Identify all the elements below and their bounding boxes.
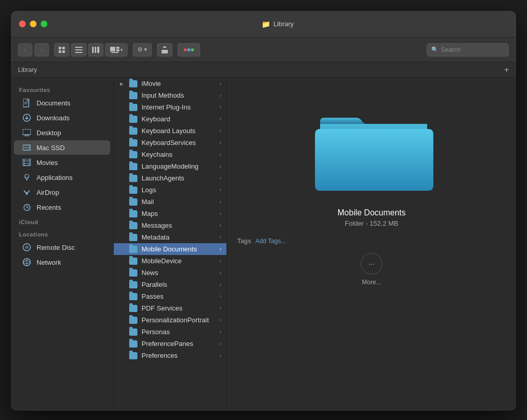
- sidebar-item-label: Documents: [37, 99, 71, 107]
- maximize-button[interactable]: [41, 21, 47, 27]
- col-item-personas[interactable]: Personas ›: [114, 326, 226, 338]
- window-title-area: 📁 Library: [47, 20, 508, 28]
- sidebar: Favourites Documents: [11, 78, 114, 411]
- sidebar-item-label: Mac SSD: [37, 144, 65, 152]
- minimize-button[interactable]: [30, 21, 37, 27]
- item-label: Metadata: [142, 233, 216, 241]
- col-item-pdf-services[interactable]: PDF Services ›: [114, 302, 226, 314]
- icloud-label: iCloud: [11, 215, 113, 227]
- svg-point-35: [26, 193, 28, 195]
- col-item-maps[interactable]: Maps ›: [114, 208, 226, 220]
- svg-rect-10: [110, 47, 115, 51]
- chevron-icon: ›: [220, 187, 221, 193]
- grid-view-button[interactable]: [54, 43, 69, 57]
- item-label: PreferencePanes: [142, 340, 216, 348]
- close-button[interactable]: [19, 21, 26, 27]
- sidebar-item-documents[interactable]: Documents: [14, 96, 110, 110]
- chevron-icon: ›: [220, 258, 221, 264]
- col-item-logs[interactable]: Logs ›: [114, 184, 226, 196]
- sidebar-item-desktop[interactable]: Desktop: [14, 125, 110, 140]
- col-item-input-methods[interactable]: Input Methods ›: [114, 89, 226, 101]
- folder-icon: [129, 92, 137, 99]
- sidebar-item-mac-ssd[interactable]: Mac SSD: [14, 140, 110, 155]
- columns-area: ▶ iMovie › Input Methods › Internet Plug…: [114, 78, 516, 411]
- sidebar-item-label: Downloads: [37, 114, 69, 122]
- item-label: Preferences: [142, 352, 216, 359]
- sidebar-item-airdrop[interactable]: AirDrop: [14, 185, 110, 199]
- svg-rect-29: [23, 159, 31, 166]
- col-item-parallels[interactable]: Parallels ›: [114, 279, 226, 290]
- col-item-keychains[interactable]: Keychains ›: [114, 149, 226, 160]
- col-item-mail[interactable]: Mail ›: [114, 196, 226, 208]
- sidebar-item-downloads[interactable]: Downloads: [14, 111, 110, 125]
- col-item-launch-agents[interactable]: LaunchAgents ›: [114, 172, 226, 184]
- action-menu-button[interactable]: ⚙ ▾: [133, 43, 152, 57]
- sidebar-item-recents[interactable]: Recents: [14, 200, 110, 214]
- item-label: LanguageModeling: [142, 162, 216, 170]
- forward-button[interactable]: ›: [34, 43, 49, 57]
- chevron-icon: ›: [220, 116, 221, 122]
- mac-ssd-icon: [22, 143, 31, 152]
- window-title: Library: [273, 20, 294, 28]
- sidebar-item-label: Recents: [37, 204, 61, 211]
- item-label: Keyboard: [142, 115, 216, 123]
- folder-icon: [129, 210, 137, 217]
- col-item-keyboard[interactable]: Keyboard ›: [114, 113, 226, 125]
- folder-icon: [129, 139, 137, 147]
- col-item-personalization-portrait[interactable]: PersonalizationPortrait ›: [114, 314, 226, 326]
- svg-rect-8: [95, 47, 96, 53]
- folder-icon: [129, 175, 137, 182]
- col-item-internet-plugins[interactable]: Internet Plug-Ins ›: [114, 101, 226, 113]
- movies-icon: [22, 158, 31, 167]
- add-folder-button[interactable]: +: [504, 65, 509, 75]
- col-item-language-modeling[interactable]: LanguageModeling ›: [114, 160, 226, 172]
- chevron-icon: ›: [220, 246, 221, 252]
- sidebar-item-label: Desktop: [37, 129, 61, 137]
- col-item-mobile-documents[interactable]: Mobile Documents ›: [114, 243, 226, 255]
- svg-point-37: [23, 244, 30, 251]
- col-item-passes[interactable]: Passes ›: [114, 290, 226, 302]
- folder-icon: [129, 305, 137, 312]
- sidebar-item-network[interactable]: Network: [14, 255, 110, 269]
- folder-icon: [129, 104, 137, 111]
- svg-rect-17: [23, 99, 29, 107]
- col-item-mobile-device[interactable]: MobileDevice ›: [114, 255, 226, 267]
- col-item-metadata[interactable]: Metadata ›: [114, 231, 226, 243]
- gallery-view-button[interactable]: ▾: [105, 43, 128, 57]
- col-item-keyboard-services[interactable]: KeyboardServices ›: [114, 137, 226, 149]
- sidebar-item-remote-disc[interactable]: Remote Disc: [14, 240, 110, 254]
- more-icon: ···: [368, 260, 375, 268]
- more-label: More...: [362, 279, 381, 286]
- folder-icon: [129, 328, 137, 336]
- col-item-preference-panes[interactable]: PreferencePanes ›: [114, 338, 226, 350]
- tags-label: Tags: [237, 238, 251, 245]
- col-item-messages[interactable]: Messages ›: [114, 220, 226, 231]
- finder-window: 📁 Library ‹ ›: [10, 10, 517, 411]
- list-view-button[interactable]: [71, 43, 86, 57]
- tags-button[interactable]: [178, 43, 200, 57]
- col-item-news[interactable]: News ›: [114, 267, 226, 279]
- col-item-imovie[interactable]: ▶ iMovie ›: [114, 78, 226, 89]
- column-view-button[interactable]: [88, 43, 103, 57]
- svg-rect-3: [62, 50, 65, 53]
- search-box[interactable]: 🔍 Search: [427, 43, 509, 57]
- more-button[interactable]: ···: [361, 253, 382, 275]
- forward-icon: ›: [41, 46, 43, 53]
- col-item-preferences[interactable]: Preferences ›: [114, 350, 226, 361]
- svg-point-27: [29, 146, 30, 147]
- sidebar-item-movies[interactable]: Movies: [14, 155, 110, 170]
- folder-icon: [129, 234, 137, 241]
- back-button[interactable]: ‹: [18, 43, 32, 57]
- folder-icon: [129, 116, 137, 123]
- preview-folder-info: Folder - 152,2 MB: [345, 220, 398, 227]
- sidebar-item-applications[interactable]: Applications: [14, 170, 110, 185]
- chevron-icon: ›: [220, 81, 221, 86]
- item-label: PDF Services: [142, 304, 216, 312]
- item-label: Internet Plug-Ins: [142, 103, 216, 111]
- col-item-keyboard-layouts[interactable]: Keyboard Layouts ›: [114, 125, 226, 137]
- add-tags-button[interactable]: Add Tags...: [255, 238, 286, 245]
- share-button[interactable]: [157, 43, 172, 57]
- sidebar-item-label: Network: [37, 259, 61, 266]
- folder-icon: [129, 246, 137, 253]
- folder-icon: [129, 352, 137, 359]
